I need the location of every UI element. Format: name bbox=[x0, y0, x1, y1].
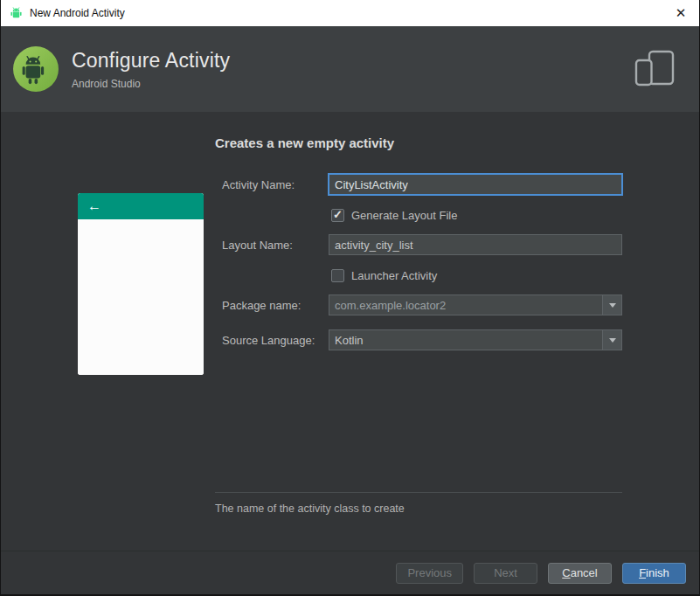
layout-name-label: Layout Name: bbox=[222, 239, 329, 252]
dialog-button-bar: Previous Next Cancel Finish bbox=[1, 551, 699, 594]
preview-appbar: ← bbox=[78, 193, 204, 219]
cancel-mnemonic: C bbox=[562, 566, 570, 579]
android-studio-logo-icon bbox=[12, 45, 59, 93]
cancel-rest: ancel bbox=[571, 566, 598, 579]
activity-form: Activity Name: Generate Layout File Layo… bbox=[215, 150, 699, 515]
generate-layout-label: Generate Layout File bbox=[351, 209, 457, 222]
previous-button[interactable]: Previous bbox=[396, 563, 463, 584]
source-language-label: Source Language: bbox=[222, 334, 329, 347]
launcher-activity-checkbox[interactable] bbox=[331, 269, 344, 282]
preview-body bbox=[78, 219, 204, 375]
wizard-title: Configure Activity bbox=[72, 49, 230, 73]
source-language-value: Kotlin bbox=[329, 334, 602, 347]
layout-name-input[interactable] bbox=[329, 234, 622, 255]
cancel-button[interactable]: Cancel bbox=[548, 563, 612, 584]
activity-preview-panel: ← bbox=[1, 150, 215, 515]
field-helper-text: The name of the activity class to create bbox=[215, 502, 622, 515]
phone-tablet-icon bbox=[633, 50, 676, 88]
close-button[interactable]: ✕ bbox=[662, 0, 699, 26]
activity-name-label: Activity Name: bbox=[222, 178, 329, 191]
header-text: Configure Activity Android Studio bbox=[72, 49, 230, 90]
android-robot-icon bbox=[9, 6, 24, 21]
generate-layout-checkbox[interactable] bbox=[331, 209, 344, 222]
source-language-dropdown-button[interactable] bbox=[602, 330, 621, 350]
finish-button[interactable]: Finish bbox=[622, 563, 686, 584]
package-name-label: Package name: bbox=[222, 299, 329, 312]
launcher-activity-label: Launcher Activity bbox=[351, 269, 437, 282]
chevron-down-icon bbox=[609, 338, 616, 343]
wizard-content: Creates a new empty activity ← Activity … bbox=[1, 112, 699, 551]
next-button[interactable]: Next bbox=[474, 563, 537, 584]
finish-rest: inish bbox=[646, 566, 669, 579]
wizard-subtitle: Android Studio bbox=[72, 78, 230, 90]
titlebar: New Android Activity ✕ bbox=[1, 0, 699, 26]
chevron-down-icon bbox=[609, 303, 616, 308]
finish-mnemonic: F bbox=[639, 566, 646, 579]
activity-preview-thumbnail: ← bbox=[78, 193, 204, 375]
window-title: New Android Activity bbox=[30, 7, 125, 19]
back-arrow-icon: ← bbox=[87, 199, 101, 213]
wizard-header: Configure Activity Android Studio bbox=[1, 26, 699, 112]
activity-name-input[interactable] bbox=[329, 174, 622, 195]
package-name-dropdown-button[interactable] bbox=[602, 295, 621, 315]
step-heading: Creates a new empty activity bbox=[215, 135, 699, 150]
new-android-activity-dialog: New Android Activity ✕ bbox=[0, 0, 700, 596]
package-name-value: com.example.locator2 bbox=[329, 299, 602, 312]
source-language-combobox[interactable]: Kotlin bbox=[329, 329, 622, 350]
form-separator bbox=[215, 492, 622, 493]
package-name-combobox[interactable]: com.example.locator2 bbox=[329, 295, 622, 315]
